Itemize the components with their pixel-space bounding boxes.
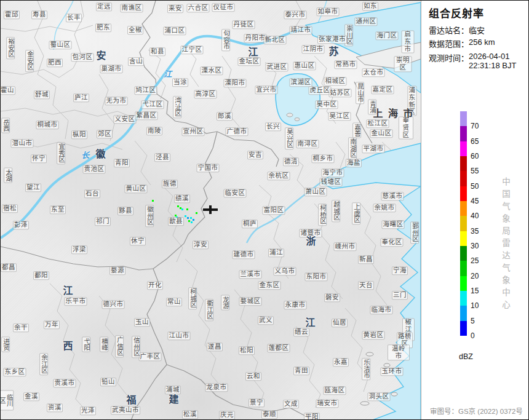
map-label: 定远 bbox=[96, 2, 112, 11]
legend-tick-label: 0 bbox=[471, 331, 475, 340]
map-label: 景宁 bbox=[249, 398, 264, 407]
map-label: 黟县 bbox=[117, 207, 133, 215]
map-label: 长丰 bbox=[66, 14, 82, 22]
legend-segment bbox=[460, 291, 467, 306]
map-label: 霍邱 bbox=[4, 10, 20, 19]
info-panel: 组合反射率 雷达站名： 临安 数据范围： 256 km 观测时间： 2026-0… bbox=[421, 1, 529, 420]
map-label: 寿县 bbox=[31, 10, 47, 19]
radar-echo-cell bbox=[196, 212, 197, 214]
map-label: 桐城市 bbox=[36, 121, 59, 129]
map-label: 崇明区 bbox=[394, 56, 412, 72]
map-label: 奉化区 bbox=[381, 238, 404, 247]
map-label: 武进区 bbox=[266, 63, 288, 71]
map-label: 当涂 bbox=[172, 78, 188, 87]
map-label: 文成 bbox=[283, 400, 299, 408]
legend-tick-label: 45 bbox=[471, 197, 479, 205]
map-label: 仪征市 bbox=[212, 3, 235, 12]
map-label: 信州区 bbox=[132, 336, 140, 358]
map-label: 义乌市 bbox=[274, 267, 296, 275]
map-label: 海宁市 bbox=[322, 168, 344, 177]
time-label: 观测时间： bbox=[429, 52, 469, 70]
legend-bar bbox=[460, 111, 467, 336]
map-label: 云和 bbox=[245, 372, 261, 381]
map-label: 启东市 bbox=[402, 30, 415, 53]
map-label: 枞阳 bbox=[71, 130, 87, 139]
map-label: 肥西 bbox=[47, 58, 63, 67]
map-label: 六合区 bbox=[187, 4, 210, 12]
map-label: 金坛区 bbox=[238, 57, 261, 66]
legend-unit: dBZ bbox=[459, 352, 473, 361]
map-label: 泾县 bbox=[154, 153, 170, 162]
map-label: 临海市 bbox=[370, 306, 393, 314]
map-label: 西 bbox=[62, 341, 74, 352]
map-label: 丹徒区 bbox=[233, 20, 255, 29]
map-label: 仙居 bbox=[332, 319, 348, 327]
map-label: 巢湖市 bbox=[100, 65, 123, 73]
map-label: 吴兴区 bbox=[285, 127, 293, 149]
map-label: 临川区 bbox=[1, 390, 14, 411]
radar-echo-cell bbox=[152, 200, 154, 202]
agency-watermark: 中国气象局雷达气象中心 bbox=[499, 177, 511, 312]
map-label: 南浔区 bbox=[296, 140, 319, 148]
map-label: 广丰区 bbox=[139, 352, 162, 361]
map-label: 衢江区 bbox=[205, 299, 213, 321]
map-label: 富阳区 bbox=[263, 206, 285, 215]
map-label: 郊区 bbox=[97, 130, 113, 138]
lake-island bbox=[295, 118, 300, 121]
map-label: 休宁 bbox=[130, 237, 146, 245]
map-label: 宜兴市 bbox=[255, 85, 278, 94]
legend-segment bbox=[460, 156, 467, 171]
legend-tick-label: 15 bbox=[471, 287, 479, 295]
radar-echo-cell bbox=[188, 220, 190, 222]
legend-segment bbox=[460, 201, 467, 216]
map-label: 舒城 bbox=[34, 90, 50, 99]
map-label: 宣州区 bbox=[182, 127, 205, 136]
legend-segment bbox=[460, 141, 467, 156]
map-label: 惠山区 bbox=[293, 61, 316, 70]
map-label: 龙泉市 bbox=[205, 383, 228, 392]
map-label: 海盐 bbox=[346, 159, 362, 167]
radar-echo-cell bbox=[181, 208, 183, 210]
map-label: 玉环市 bbox=[381, 367, 404, 376]
map-label: 含山 bbox=[128, 57, 144, 66]
map-label: 黄山区 bbox=[125, 184, 148, 193]
map-label: 建 bbox=[168, 394, 180, 405]
map-label: 东至 bbox=[50, 205, 66, 214]
map-label: 安吉 bbox=[247, 151, 263, 159]
radar-echo-cell bbox=[177, 205, 179, 207]
map-label: 望江 bbox=[25, 183, 41, 192]
map-label: 金东区 bbox=[258, 281, 281, 290]
map-label: 乐清市 bbox=[362, 358, 370, 380]
legend-segment bbox=[460, 186, 467, 201]
legend-tick-label: 20 bbox=[471, 272, 479, 280]
island bbox=[360, 402, 369, 405]
map-label: 徽 bbox=[95, 149, 106, 160]
map-label: 太湖 bbox=[4, 168, 12, 183]
legend-tick-label: 70 bbox=[471, 122, 479, 130]
map-label: 和县 bbox=[149, 47, 165, 56]
map-label: 遂昌 bbox=[207, 343, 223, 351]
map-label: 宿松 bbox=[2, 204, 18, 213]
map-label: 上 海 市 bbox=[373, 108, 415, 119]
map-label: 松溪 bbox=[182, 410, 198, 419]
map-label: 溧水区 bbox=[201, 66, 223, 75]
map-label: 通州区 bbox=[355, 17, 378, 26]
lake-island bbox=[287, 113, 293, 117]
map-label: 武夷山市 bbox=[111, 406, 140, 414]
legend-segment bbox=[460, 216, 467, 231]
map-label: 奉贤区 bbox=[399, 116, 413, 139]
legend-tick-label: 40 bbox=[471, 212, 479, 220]
range-label: 数据范围： bbox=[429, 38, 469, 49]
map-label: 全椒 bbox=[127, 26, 143, 34]
island bbox=[384, 363, 390, 367]
map-label: 彭泽 bbox=[13, 221, 29, 229]
map-label: 松江区 bbox=[367, 119, 389, 128]
map-label: 德清 bbox=[283, 157, 299, 166]
map-label: 横峰 bbox=[100, 337, 108, 352]
map-label: 三门 bbox=[392, 291, 408, 299]
map-label: 浦口区 bbox=[164, 26, 186, 35]
map-label: 常山 bbox=[166, 298, 182, 306]
map-label: 庐江 bbox=[73, 93, 89, 102]
legend-tick-label: 35 bbox=[471, 227, 479, 236]
map-label: 武义 bbox=[258, 316, 274, 325]
